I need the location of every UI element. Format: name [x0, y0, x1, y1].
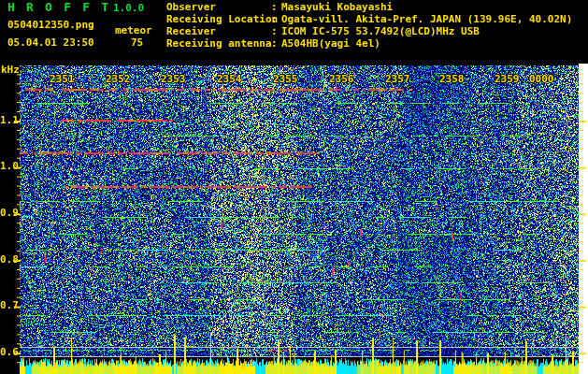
- station-value-antenna: A504HB(yagi 4el): [281, 38, 380, 50]
- spectrogram-canvas: [0, 0, 588, 374]
- x-tick-label: 2359: [495, 74, 520, 85]
- x-tick-label: 0000: [529, 74, 554, 85]
- y-tick-label: 0.9: [0, 208, 17, 219]
- colon-separator: :: [271, 26, 278, 37]
- colon-separator: :: [271, 38, 278, 50]
- mode-label: meteor: [115, 25, 152, 36]
- x-tick-label: 2351: [50, 74, 75, 85]
- app-title: H R O F F T: [7, 2, 110, 13]
- x-tick-label: 2354: [217, 74, 242, 85]
- colon-separator: :: [271, 14, 278, 25]
- colon-separator: :: [271, 2, 278, 13]
- station-label-receiver: Receiver: [166, 26, 216, 37]
- station-label-location: Receiving Location: [166, 14, 278, 25]
- x-tick-label: 2353: [161, 74, 186, 85]
- echo-count: 75: [131, 37, 143, 49]
- station-value-location: Ogata-vill. Akita-Pref. JAPAN (139.96E, …: [281, 14, 572, 25]
- x-tick-label: 2355: [273, 74, 298, 85]
- x-tick-label: 2352: [106, 74, 131, 85]
- y-tick-label: 0.8: [0, 254, 17, 266]
- y-tick-label: 0.7: [0, 300, 17, 311]
- station-value-receiver: ICOM IC-575 53.7492(@LCD)MHz USB: [281, 26, 480, 37]
- x-tick-label: 2356: [329, 74, 354, 85]
- y-tick-label: 0.6: [0, 347, 17, 358]
- x-tick-label: 2357: [385, 74, 410, 85]
- app-version: 1.0.0: [113, 3, 144, 14]
- station-label-observer: Observer: [166, 2, 216, 13]
- session-datetime: 05.04.01 23:50: [7, 37, 94, 49]
- hrofft-screen: H R O F F T 1.0.0 0504012350.png meteor …: [0, 0, 588, 374]
- y-tick-label: 1.0: [0, 161, 17, 172]
- station-value-observer: Masayuki Kobayashi: [281, 2, 393, 13]
- y-axis-unit: kHz: [1, 65, 20, 76]
- x-tick-label: 2358: [439, 74, 465, 85]
- output-filename: 0504012350.png: [7, 20, 94, 31]
- y-tick-label: 1.1: [0, 115, 17, 126]
- station-label-antenna: Receiving antenna: [166, 38, 272, 50]
